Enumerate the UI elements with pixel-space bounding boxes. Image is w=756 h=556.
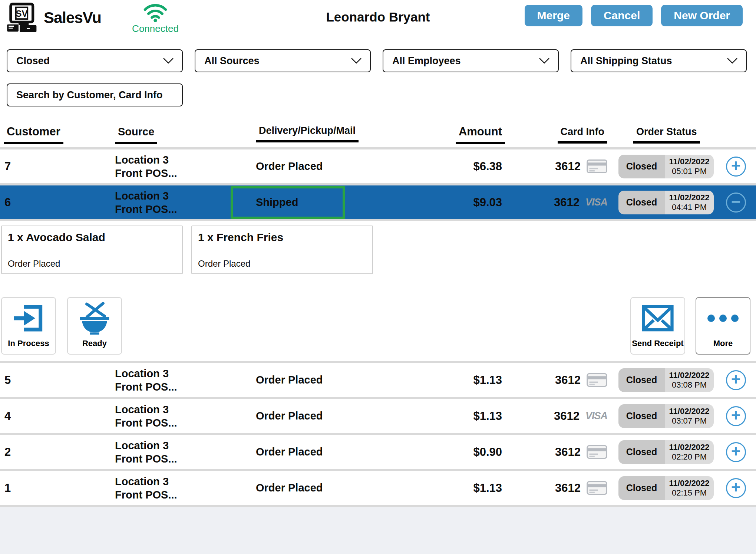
delivery-status: Order Placed (256, 482, 323, 494)
wifi-icon (143, 2, 168, 22)
merge-button[interactable]: Merge (525, 5, 582, 26)
send-receipt-button[interactable]: Send Receipt (630, 297, 685, 355)
salesvu-orders-screen: SV SalesVu Connected Leonardo Bryant Mer… (0, 0, 756, 554)
order-item-name: 1 x Avocado Salad (8, 231, 176, 244)
delivery-status-cell: Order Placed (231, 364, 345, 397)
header: SV SalesVu Connected Leonardo Bryant Mer… (0, 0, 756, 37)
credit-card-icon (587, 481, 607, 495)
more-button[interactable]: More (696, 297, 750, 355)
card-info-cell: 3612 VISA (504, 409, 615, 423)
ready-button[interactable]: Ready (67, 297, 122, 355)
card-info-cell: 3612 (504, 481, 615, 495)
delivery-status: Order Placed (256, 374, 323, 386)
expand-order-button[interactable]: + (726, 157, 746, 177)
order-source: Location 3 Front POS... (111, 189, 230, 216)
filter-bar: Closed All Sources All Employees All Shi… (0, 37, 756, 72)
orders-list-top: 7 Location 3 Front POS... Order Placed $… (0, 147, 756, 219)
order-status: Closed (618, 155, 665, 178)
page-title: Leonardo Bryant (326, 10, 430, 24)
customer-number: 6 (0, 196, 111, 209)
order-row[interactable]: 6 Location 3 Front POS... Shipped $9.03 … (0, 183, 756, 219)
source-line2: Front POS... (115, 416, 230, 430)
cancel-button[interactable]: Cancel (591, 5, 653, 26)
order-status-filter-dropdown[interactable]: Closed (7, 49, 183, 72)
order-amount: $0.90 (356, 445, 504, 459)
order-row[interactable]: 7 Location 3 Front POS... Order Placed $… (0, 147, 756, 183)
order-amount: $1.13 (356, 374, 504, 387)
card-info-cell: 3612 (504, 445, 615, 459)
source-line2: Front POS... (115, 488, 230, 501)
credit-card-icon (587, 373, 607, 387)
brand-name: SalesVu (44, 9, 101, 27)
plus-icon: + (731, 479, 741, 497)
expand-order-button[interactable]: + (726, 406, 746, 426)
order-amount: $1.13 (356, 409, 504, 423)
search-input[interactable]: Search by Customer, Card Info (7, 83, 183, 106)
order-amount: $1.13 (356, 481, 504, 495)
in-process-icon (13, 298, 44, 339)
plus-icon: + (731, 158, 741, 175)
source-line2: Front POS... (115, 203, 230, 216)
order-source: Location 3 Front POS... (111, 403, 230, 430)
column-header-source: Source (111, 125, 230, 144)
source-line2: Front POS... (115, 380, 230, 394)
card-info-cell: 3612 VISA (504, 196, 615, 209)
order-time: 03:08 PM (672, 380, 707, 389)
order-status: Closed (618, 368, 665, 392)
order-amount: $9.03 (356, 196, 504, 209)
order-status: Closed (618, 476, 665, 500)
plus-icon: + (731, 443, 741, 461)
delivery-status-cell: Order Placed (231, 436, 345, 468)
chevron-down-icon (351, 57, 362, 64)
order-status-pill: Closed 11/02/2022 02:15 PM (618, 476, 714, 500)
card-last4: 3612 (555, 160, 581, 173)
expand-order-button[interactable]: + (726, 370, 746, 390)
order-actions: In Process Ready (1, 297, 756, 355)
expand-order-button[interactable]: − (726, 193, 746, 213)
order-source: Location 3 Front POS... (111, 367, 230, 394)
expand-order-button[interactable]: + (726, 478, 746, 498)
order-item-card[interactable]: 1 x French Fries Order Placed (191, 226, 373, 274)
connection-label: Connected (132, 23, 179, 34)
sources-filter-value: All Sources (204, 55, 260, 67)
delivery-status: Order Placed (256, 410, 323, 422)
card-last4: 3612 (554, 196, 580, 209)
orders-list-bottom: 5 Location 3 Front POS... Order Placed $… (0, 361, 756, 505)
order-amount: $6.38 (356, 160, 504, 173)
bowl-icon (77, 298, 112, 339)
expand-order-button[interactable]: + (726, 442, 746, 462)
order-status-pill: Closed 11/02/2022 03:08 PM (618, 368, 714, 392)
connection-status[interactable]: Connected (131, 2, 180, 34)
delivery-status-cell: Shipped (231, 186, 345, 219)
delivery-status-cell: Order Placed (231, 150, 345, 183)
order-row[interactable]: 5 Location 3 Front POS... Order Placed $… (0, 361, 756, 397)
order-row[interactable]: 2 Location 3 Front POS... Order Placed $… (0, 433, 756, 469)
source-line1: Location 3 (115, 153, 230, 167)
expanded-order-detail: 1 x Avocado Salad Order Placed 1 x Frenc… (0, 219, 756, 361)
order-row[interactable]: 4 Location 3 Front POS... Order Placed $… (0, 397, 756, 433)
source-line1: Location 3 (115, 439, 230, 452)
visa-logo: VISA (585, 410, 607, 422)
order-time: 03:07 PM (672, 416, 707, 425)
source-line1: Location 3 (115, 475, 230, 488)
sources-filter-dropdown[interactable]: All Sources (195, 49, 371, 72)
order-status: Closed (618, 440, 665, 464)
order-item-name: 1 x French Fries (198, 231, 366, 244)
table-header: Customer Source Delivery/Pickup/Mail Amo… (0, 106, 756, 144)
order-item-card[interactable]: 1 x Avocado Salad Order Placed (1, 226, 183, 274)
order-status-pill: Closed 11/02/2022 03:07 PM (618, 404, 714, 428)
order-date: 11/02/2022 (669, 443, 710, 452)
order-source: Location 3 Front POS... (111, 439, 230, 466)
order-date: 11/02/2022 (669, 478, 710, 488)
in-process-button[interactable]: In Process (1, 297, 56, 355)
card-info-cell: 3612 (504, 159, 615, 173)
shipping-status-filter-dropdown[interactable]: All Shipping Status (571, 49, 747, 72)
employees-filter-dropdown[interactable]: All Employees (383, 49, 559, 72)
new-order-button[interactable]: New Order (661, 5, 743, 26)
chevron-down-icon (163, 57, 174, 64)
delivery-status: Order Placed (256, 160, 323, 172)
source-line1: Location 3 (115, 367, 230, 380)
source-line1: Location 3 (115, 189, 230, 203)
order-timestamp: 11/02/2022 04:41 PM (665, 191, 714, 214)
order-row[interactable]: 1 Location 3 Front POS... Order Placed $… (0, 469, 756, 505)
